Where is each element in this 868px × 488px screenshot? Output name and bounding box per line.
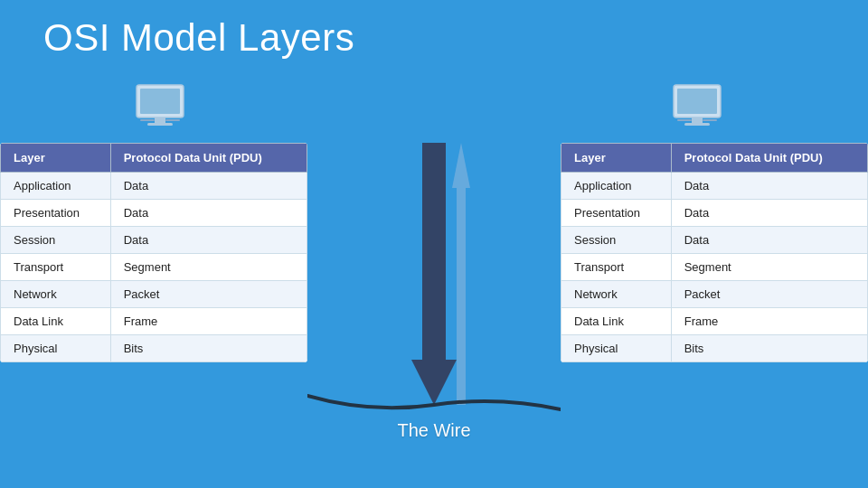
svg-rect-11: [703, 119, 717, 121]
table-cell: Application: [561, 173, 672, 200]
table-row: Data LinkFrame: [1, 308, 307, 335]
table-row: SessionData: [561, 227, 868, 254]
table-cell: Data: [110, 200, 307, 227]
table-cell: Packet: [110, 281, 307, 308]
right-table-header-layer: Layer: [561, 144, 672, 173]
table-row: PresentationData: [1, 200, 307, 227]
table-cell: Data: [671, 200, 867, 227]
table-row: ApplicationData: [561, 173, 868, 200]
svg-rect-9: [684, 123, 710, 126]
table-cell: Segment: [110, 254, 307, 281]
table-cell: Data: [110, 227, 307, 254]
left-table-header-layer: Layer: [1, 144, 111, 173]
table-row: PresentationData: [561, 200, 868, 227]
table-cell: Bits: [671, 335, 867, 362]
svg-rect-8: [692, 117, 703, 123]
table-row: TransportSegment: [1, 254, 307, 281]
svg-rect-17: [457, 188, 466, 405]
table-cell: Frame: [671, 308, 867, 335]
table-row: NetworkPacket: [561, 281, 868, 308]
table-cell: Transport: [561, 254, 672, 281]
svg-rect-3: [147, 123, 173, 126]
table-row: SessionData: [1, 227, 307, 254]
right-osi-table: Layer Protocol Data Unit (PDU) Applicati…: [561, 143, 868, 362]
table-row: PhysicalBits: [1, 335, 307, 362]
left-osi-table: Layer Protocol Data Unit (PDU) Applicati…: [0, 143, 307, 362]
tables-row: Layer Protocol Data Unit (PDU) Applicati…: [0, 143, 868, 450]
table-row: TransportSegment: [561, 254, 868, 281]
up-arrow-overlay: [452, 143, 470, 405]
table-cell: Transport: [1, 254, 111, 281]
table-cell: Data: [671, 227, 867, 254]
table-cell: Data: [110, 173, 307, 200]
svg-rect-7: [677, 89, 717, 114]
up-arrow: [411, 143, 457, 405]
table-cell: Session: [561, 227, 672, 254]
svg-rect-2: [155, 117, 165, 123]
svg-rect-5: [165, 119, 180, 121]
table-cell: Network: [1, 281, 111, 308]
svg-rect-1: [140, 89, 180, 114]
content-area: Layer Protocol Data Unit (PDU) Applicati…: [0, 81, 868, 488]
table-cell: Segment: [671, 254, 867, 281]
right-computer-icon: [666, 81, 739, 136]
table-cell: Network: [561, 281, 672, 308]
table-cell: Presentation: [1, 200, 111, 227]
table-cell: Packet: [671, 281, 867, 308]
table-cell: Presentation: [561, 200, 672, 227]
table-cell: Data Link: [1, 308, 111, 335]
table-cell: Physical: [561, 335, 672, 362]
wire-label: The Wire: [397, 420, 470, 441]
svg-rect-10: [677, 119, 692, 121]
svg-rect-4: [140, 119, 155, 121]
left-table-header-pdu: Protocol Data Unit (PDU): [110, 144, 307, 173]
svg-marker-16: [452, 143, 470, 188]
arrow-area: The Wire: [307, 143, 561, 450]
svg-rect-14: [422, 143, 446, 360]
table-cell: Data: [671, 173, 867, 200]
table-row: PhysicalBits: [561, 335, 868, 362]
right-table-header-pdu: Protocol Data Unit (PDU): [671, 144, 867, 173]
computers-row: [27, 81, 841, 136]
table-cell: Data Link: [561, 308, 672, 335]
left-computer-icon: [129, 81, 202, 136]
wire-curve: [307, 391, 561, 418]
table-row: ApplicationData: [1, 173, 307, 200]
table-cell: Session: [1, 227, 111, 254]
table-cell: Application: [1, 173, 111, 200]
table-row: Data LinkFrame: [561, 308, 868, 335]
table-cell: Frame: [110, 308, 307, 335]
table-cell: Physical: [1, 335, 111, 362]
page-title: OSI Model Layers: [43, 16, 354, 60]
table-cell: Bits: [110, 335, 307, 362]
table-row: NetworkPacket: [1, 281, 307, 308]
